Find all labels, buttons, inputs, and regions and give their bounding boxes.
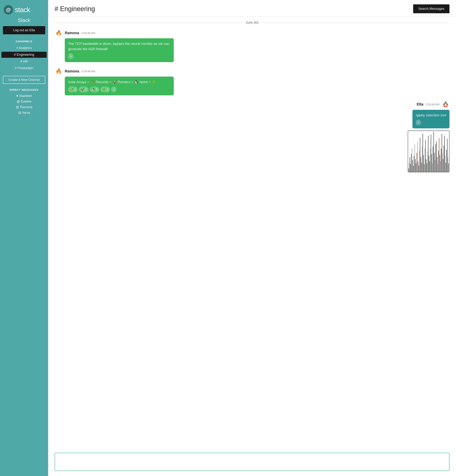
create-channel-button[interactable]: Create a New Channel <box>3 76 45 84</box>
bar-5 <box>412 148 412 172</box>
bar-50 <box>442 153 443 172</box>
message-bubble-3: /giphy selection sort + <box>413 110 449 128</box>
dm-eveline[interactable]: @ Eveline <box>0 99 48 104</box>
bar-43 <box>438 164 438 172</box>
bar-51 <box>443 159 443 172</box>
dm-stackbot[interactable]: ♥ Stackbot <box>0 93 48 99</box>
channel-production[interactable]: # Production <box>1 65 47 71</box>
bar-2 <box>410 157 410 172</box>
bar-36 <box>433 146 433 172</box>
bar-34 <box>431 154 432 172</box>
dm-ramona[interactable]: @ Ramona <box>0 104 48 110</box>
message-header-2: 🔥 Ramona 2:26:48 AM <box>55 67 449 75</box>
bar-10 <box>415 159 415 172</box>
bar-37 <box>433 132 434 172</box>
sidebar: @ stack Slack Log out as Elta CHANNELS #… <box>0 0 48 476</box>
sender-name-2: Ramona <box>65 69 79 73</box>
sender-name-3: Elta <box>417 102 423 106</box>
message-group-2: 🔥 Ramona 2:26:48 AM /vote Arrays = 🥕 Rec… <box>55 67 449 95</box>
bar-26 <box>426 159 426 172</box>
dm-title: DIRECT MESSAGES <box>0 88 48 91</box>
bar-57 <box>447 139 448 172</box>
bar-13 <box>417 142 418 172</box>
reaction-plus-3[interactable]: + <box>416 120 421 126</box>
bar-9 <box>415 144 415 172</box>
bar-16 <box>419 151 420 172</box>
channel-engineering[interactable]: # Engineering <box>1 52 47 58</box>
messages-area: June 3rd 🔥 Ramona 2:26:48 AM The TCP ban… <box>48 16 456 449</box>
bar-4 <box>411 154 412 172</box>
bar-38 <box>434 153 435 172</box>
reaction-plus-2[interactable]: + <box>111 87 116 92</box>
logo-text: stack <box>15 6 30 14</box>
bar-1 <box>409 163 410 172</box>
message-bubble-1: The TCP bandwidth is down, bypass the ne… <box>65 38 174 62</box>
channels-title: CHANNELS <box>0 40 48 43</box>
timestamp-2: 2:26:48 AM <box>81 70 95 73</box>
bar-42 <box>437 157 437 172</box>
bar-41 <box>436 141 437 172</box>
vote-text: /vote Arrays = 🥕 Records = 🚀 Pointers = … <box>68 80 156 84</box>
reaction-cactus[interactable]: 🌵 1 <box>100 87 110 92</box>
message-input-area <box>48 449 456 476</box>
main-content: # Engineering Search Messages June 3rd 🔥… <box>48 0 456 476</box>
bar-18 <box>421 157 421 172</box>
dm-neva[interactable]: @ Neva <box>0 110 48 116</box>
avatar-elta: 🪆 <box>441 100 449 108</box>
bar-31 <box>430 162 430 172</box>
bar-0 <box>408 169 409 172</box>
logout-button[interactable]: Log out as Elta <box>3 26 45 34</box>
bar-21 <box>422 134 423 172</box>
reaction-carrot[interactable]: 🥕 1 <box>68 87 78 92</box>
bar-32 <box>430 148 431 172</box>
reaction-rocket[interactable]: 🚀 1 <box>79 87 88 92</box>
bar-39 <box>435 160 435 172</box>
bar-15 <box>419 166 419 172</box>
sender-name-1: Ramona <box>65 31 79 35</box>
logo-icon: @ <box>4 5 13 15</box>
reaction-plus-1[interactable]: + <box>68 53 73 59</box>
bar-58 <box>448 157 448 172</box>
bar-17 <box>420 138 420 172</box>
bar-52 <box>444 146 444 172</box>
bar-25 <box>425 140 426 172</box>
bar-35 <box>432 163 433 172</box>
avatar-ramona-2: 🔥 <box>55 67 63 75</box>
bar-44 <box>438 151 439 172</box>
message-group-3: Elta 2:26:48 AM 🪆 /giphy selection sort … <box>55 100 449 172</box>
main-header: # Engineering Search Messages <box>48 0 456 16</box>
bar-11 <box>416 163 416 172</box>
bar-55 <box>446 163 446 172</box>
channel-analytics[interactable]: # Analytics <box>1 45 47 51</box>
bar-40 <box>436 144 436 172</box>
bar-47 <box>440 162 441 172</box>
bar-30 <box>429 156 429 172</box>
reaction-row-1: + <box>68 53 170 59</box>
bar-54 <box>445 156 446 172</box>
bar-29 <box>428 136 428 172</box>
giphy-bars <box>408 131 449 172</box>
avatar-ramona-1: 🔥 <box>55 29 63 37</box>
bar-8 <box>414 156 414 172</box>
channel-hr[interactable]: # HR <box>1 59 47 64</box>
giphy-visualization <box>408 130 449 172</box>
message-group-1: 🔥 Ramona 2:26:48 AM The TCP bandwidth is… <box>55 29 449 62</box>
reaction-row-3: + <box>416 120 446 126</box>
bar-12 <box>417 153 417 172</box>
app-name: Slack <box>0 17 48 23</box>
search-messages-button[interactable]: Search Messages <box>413 4 449 13</box>
bar-24 <box>425 148 425 172</box>
bar-6 <box>413 160 413 172</box>
logo-area: @ stack <box>0 0 48 17</box>
bar-7 <box>413 166 414 172</box>
bar-27 <box>427 163 427 172</box>
message-bubble-2: /vote Arrays = 🥕 Records = 🚀 Pointers = … <box>65 76 174 95</box>
message-input[interactable] <box>55 453 449 471</box>
bar-33 <box>431 135 431 172</box>
reaction-row-2: 🥕 1 🚀 1 🐧 1 🌵 1 + <box>68 87 170 92</box>
bar-53 <box>444 136 445 172</box>
channel-title: # Engineering <box>55 5 95 13</box>
reaction-penguin[interactable]: 🐧 1 <box>90 87 99 92</box>
bar-22 <box>423 155 424 172</box>
message-header-3: Elta 2:26:48 AM 🪆 <box>417 100 449 108</box>
